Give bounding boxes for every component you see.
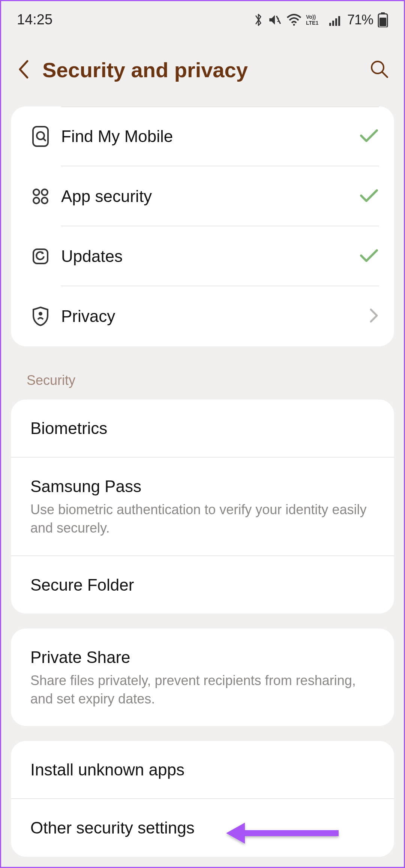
- signal-icon: [329, 14, 343, 26]
- svg-point-20: [33, 198, 39, 204]
- settings-item-install-unknown-apps[interactable]: Install unknown apps: [11, 741, 394, 799]
- chevron-right-icon: [369, 307, 379, 325]
- find-my-mobile-icon: [20, 125, 61, 148]
- back-button[interactable]: [15, 58, 32, 82]
- header: Security and privacy: [1, 35, 404, 106]
- dashboard-item-privacy[interactable]: Privacy: [11, 286, 394, 346]
- private-share-card: Private Share Share files privately, pre…: [11, 629, 394, 726]
- svg-line-0: [276, 16, 280, 24]
- svg-point-21: [42, 198, 48, 204]
- settings-title: Secure Folder: [30, 574, 375, 596]
- dashboard-item-app-security[interactable]: App security: [11, 166, 394, 226]
- svg-rect-9: [338, 16, 340, 26]
- security-card: Biometrics Samsung Pass Use biometric au…: [11, 400, 394, 614]
- settings-item-samsung-pass[interactable]: Samsung Pass Use biometric authenticatio…: [11, 458, 394, 556]
- battery-percentage: 71%: [347, 12, 373, 28]
- svg-line-17: [43, 138, 45, 141]
- dashboard-card: Find My Mobile App security Updates Priv…: [11, 106, 394, 346]
- svg-point-23: [39, 312, 42, 316]
- status-bar: 14:25 Vo))LTE1 71%: [1, 1, 404, 35]
- dashboard-label: App security: [61, 187, 359, 206]
- svg-rect-8: [335, 18, 337, 26]
- svg-point-19: [42, 189, 48, 195]
- check-icon: [359, 188, 379, 205]
- mute-icon: [268, 13, 282, 27]
- other-card: Install unknown apps Other security sett…: [11, 741, 394, 856]
- settings-item-other-security-settings[interactable]: Other security settings: [11, 799, 394, 856]
- check-icon: [359, 128, 379, 145]
- svg-rect-15: [33, 127, 48, 146]
- search-button[interactable]: [369, 59, 390, 81]
- settings-item-secure-folder[interactable]: Secure Folder: [11, 556, 394, 614]
- dashboard-item-updates[interactable]: Updates: [11, 226, 394, 286]
- status-icons: Vo))LTE1 71%: [254, 12, 388, 28]
- dashboard-label: Privacy: [61, 307, 369, 326]
- dashboard-label: Updates: [61, 247, 359, 266]
- settings-title: Private Share: [30, 647, 375, 668]
- battery-icon: [378, 12, 388, 27]
- svg-rect-7: [332, 21, 334, 26]
- settings-title: Install unknown apps: [30, 759, 375, 780]
- svg-text:LTE1: LTE1: [306, 20, 318, 26]
- status-time: 14:25: [17, 12, 52, 28]
- svg-text:Vo)): Vo)): [306, 14, 316, 20]
- dashboard-item-find-my-mobile[interactable]: Find My Mobile: [11, 106, 394, 166]
- settings-item-private-share[interactable]: Private Share Share files privately, pre…: [11, 629, 394, 726]
- settings-subtitle: Use biometric authentication to verify y…: [30, 501, 375, 537]
- privacy-icon: [20, 306, 61, 327]
- settings-title: Other security settings: [30, 817, 375, 838]
- svg-rect-6: [329, 23, 331, 26]
- svg-point-3: [293, 24, 295, 25]
- settings-subtitle: Share files privately, prevent recipient…: [30, 672, 375, 708]
- svg-rect-12: [380, 18, 386, 26]
- apps-icon: [20, 187, 61, 206]
- svg-line-14: [382, 72, 387, 77]
- svg-point-18: [33, 189, 39, 195]
- volte-icon: Vo))LTE1: [306, 13, 325, 26]
- bluetooth-icon: [254, 13, 263, 27]
- page-title: Security and privacy: [42, 58, 359, 82]
- settings-title: Biometrics: [30, 418, 375, 439]
- chevron-left-icon: [15, 58, 32, 81]
- section-label-security: Security: [1, 361, 404, 400]
- settings-item-biometrics[interactable]: Biometrics: [11, 400, 394, 458]
- search-icon: [369, 59, 390, 79]
- settings-title: Samsung Pass: [30, 476, 375, 497]
- updates-icon: [20, 247, 61, 266]
- wifi-icon: [286, 14, 302, 26]
- check-icon: [359, 248, 379, 265]
- dashboard-label: Find My Mobile: [61, 127, 359, 146]
